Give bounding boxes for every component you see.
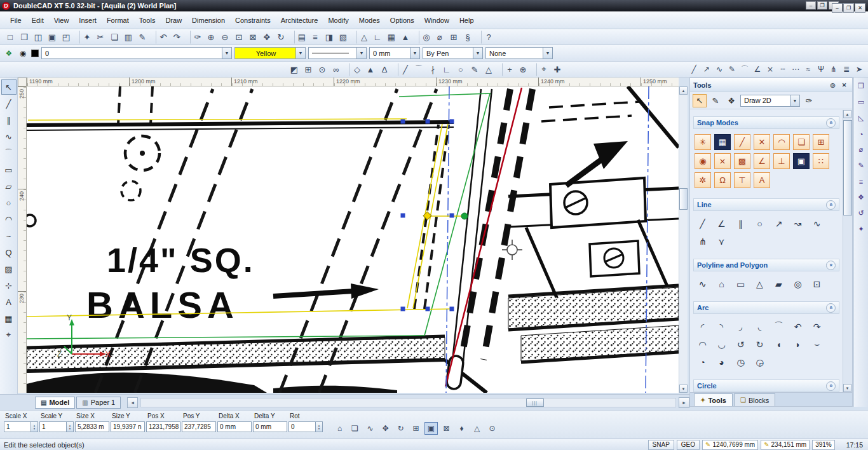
menu-item[interactable]: Modes [354, 14, 385, 27]
tools-panel-header[interactable]: Tools ◎ ✕ [690, 78, 852, 92]
notes-icon[interactable]: ✎ [855, 160, 867, 172]
menu-item[interactable]: Tools [134, 14, 161, 27]
menu-item[interactable]: Modify [323, 14, 353, 27]
text-tool-icon[interactable]: A [1, 294, 17, 310]
tab-tools[interactable]: ✦ Tools [694, 393, 733, 406]
rotated-rect-tool-icon[interactable]: ▱ [1, 179, 17, 194]
snap-entity-icon[interactable]: ⊞ [813, 134, 829, 150]
new-file-icon[interactable]: □ [3, 31, 17, 44]
snap-intersection-icon[interactable]: ⨯ [714, 153, 731, 169]
section-header-polyline[interactable]: Polyline and Polygon « [693, 259, 839, 271]
open-file-icon[interactable]: ❒ [17, 31, 31, 44]
arc-three-quarter-icon[interactable]: ◕ [714, 355, 729, 369]
settings-strip-icon[interactable]: ✦ [855, 223, 867, 235]
pen-combobox[interactable]: By Pen ▼ [423, 47, 483, 59]
polyline-icon[interactable]: ∿ [695, 276, 710, 291]
pen-arrow-icon[interactable]: ↗ [700, 63, 713, 76]
collapse-chevron-icon[interactable]: « [826, 200, 836, 210]
drawing-canvas[interactable]: 1/4" SQ. BALSA [27, 86, 679, 393]
cut-icon[interactable]: ✂ [93, 31, 107, 44]
line-perp-arc-icon[interactable]: ∿ [809, 216, 825, 231]
curve-tool-icon[interactable]: ~ [1, 228, 17, 243]
arc-bottom-icon[interactable]: ◡ [714, 337, 729, 351]
arc-complement-icon[interactable]: ◶ [752, 355, 768, 369]
menu-item[interactable]: Help [454, 14, 479, 27]
zoom-extents-icon[interactable]: ⊠ [246, 31, 260, 44]
ruler-strip-icon[interactable]: ▭ [855, 96, 867, 108]
ortho-toggle-icon[interactable]: ∟ [370, 31, 384, 44]
pen-angle-icon[interactable]: ∠ [751, 63, 764, 76]
pen-dash-icon[interactable]: ╌ [776, 63, 789, 76]
menu-item[interactable]: Dimension [187, 14, 230, 27]
arc-right-icon[interactable]: ◗ [790, 337, 806, 351]
menu-item[interactable]: Format [102, 14, 134, 27]
no-line-icon[interactable]: ∤ [426, 63, 440, 76]
mdi-minimize-button[interactable]: – [832, 3, 843, 13]
chevron-down-icon[interactable]: ▼ [222, 48, 231, 58]
render-mode-icon[interactable]: ❖ [724, 94, 738, 107]
properties-icon[interactable]: ▤ [294, 31, 308, 44]
print-preview-icon[interactable]: ◰ [59, 31, 73, 44]
layer-combobox[interactable]: 0 ▼ [41, 47, 232, 59]
rotate-handle-icon[interactable]: ↻ [394, 422, 407, 435]
field-input[interactable]: 0 mm ▲▼ [217, 421, 252, 432]
scroll-left-icon[interactable]: ◄ [127, 397, 138, 408]
pin-icon[interactable]: ◎ [828, 80, 837, 90]
chain-icon[interactable]: ∞ [329, 63, 343, 76]
spinner-control[interactable]: ▲▼ [315, 422, 322, 432]
arc-quarter-icon[interactable]: ◔ [695, 355, 710, 369]
chevron-down-icon[interactable]: ▼ [356, 48, 366, 58]
arc-smile-icon[interactable]: ⌣ [809, 337, 825, 351]
help-icon[interactable]: ? [481, 31, 495, 44]
menu-item[interactable]: Insert [74, 14, 102, 27]
undo-icon[interactable]: ↶ [156, 31, 170, 44]
zoom-level-field[interactable]: 391% [812, 440, 835, 450]
collapse-chevron-icon[interactable]: « [826, 261, 836, 270]
chevron-down-icon[interactable]: ▼ [543, 48, 552, 58]
polyline-tool-icon[interactable]: ∿ [1, 129, 17, 144]
line-width-combobox[interactable]: 0 mm ▼ [369, 47, 420, 59]
vertical-scroll-thumb[interactable] [679, 188, 688, 210]
pen-multi-icon[interactable]: ≣ [840, 63, 853, 76]
snap-arc-center-icon[interactable]: ◠ [773, 134, 790, 150]
canvas-vertical-scrollbar[interactable]: ▲ ▼ [679, 86, 688, 393]
chevron-down-icon[interactable]: ▼ [410, 48, 419, 58]
calculator-icon[interactable]: ⊞ [447, 31, 461, 44]
deselect-icon[interactable]: ⊠ [440, 422, 453, 435]
line-angle-icon[interactable]: ∠ [714, 216, 729, 231]
delta-icon[interactable]: Δ [377, 63, 391, 76]
pan-icon[interactable]: ✥ [260, 31, 274, 44]
zoom-tool-icon[interactable]: Q [1, 245, 17, 260]
irregular-polygon-icon[interactable]: △ [752, 276, 768, 291]
print-icon[interactable]: ▣ [45, 31, 59, 44]
menu-item[interactable]: File [5, 14, 27, 27]
line-tangent-from-icon[interactable]: ↗ [771, 216, 787, 231]
arc-center-icon[interactable]: ↷ [809, 319, 825, 334]
point-tool-icon[interactable]: ⌖ [1, 327, 17, 343]
degrade-icon[interactable]: △ [470, 422, 484, 435]
field-input[interactable]: 19,9397 n ▲▼ [111, 421, 145, 432]
move-handle-icon[interactable]: ✥ [379, 422, 392, 435]
double-polygon-icon[interactable]: ▰ [771, 276, 787, 291]
collapse-chevron-icon[interactable]: « [826, 118, 836, 128]
ellipse-tool-icon[interactable]: ◠ [1, 212, 17, 227]
panel-scroll-thumb[interactable] [843, 120, 852, 215]
pen-cross-icon[interactable]: ⨯ [764, 63, 776, 76]
compass-icon[interactable]: ◎ [419, 31, 433, 44]
menu-item[interactable]: Window [419, 14, 454, 27]
arc-elliptical-icon[interactable]: ◷ [733, 355, 749, 369]
chevron-down-icon[interactable]: ▼ [790, 95, 799, 106]
hatch-tool-icon[interactable]: ▨ [1, 261, 17, 276]
arc-cw-icon[interactable]: ◝ [714, 319, 729, 334]
lock-angle-icon[interactable]: ▲ [363, 63, 377, 76]
layers-icon[interactable]: ≡ [308, 31, 322, 44]
visibility-eye-icon[interactable]: ◉ [17, 48, 29, 59]
save-file-icon[interactable]: ◫ [31, 31, 45, 44]
arc-left-icon[interactable]: ◖ [771, 337, 787, 351]
line-style-combobox[interactable]: ▼ [308, 47, 367, 59]
protractor-icon[interactable]: ◔ [855, 128, 867, 140]
snap-angle-icon[interactable]: A [754, 172, 770, 188]
arc-rotate-cw-icon[interactable]: ↻ [752, 337, 768, 351]
field-input[interactable]: 1 ▲▼ [39, 421, 74, 432]
pen-arc-icon[interactable]: ⌒ [738, 63, 751, 76]
